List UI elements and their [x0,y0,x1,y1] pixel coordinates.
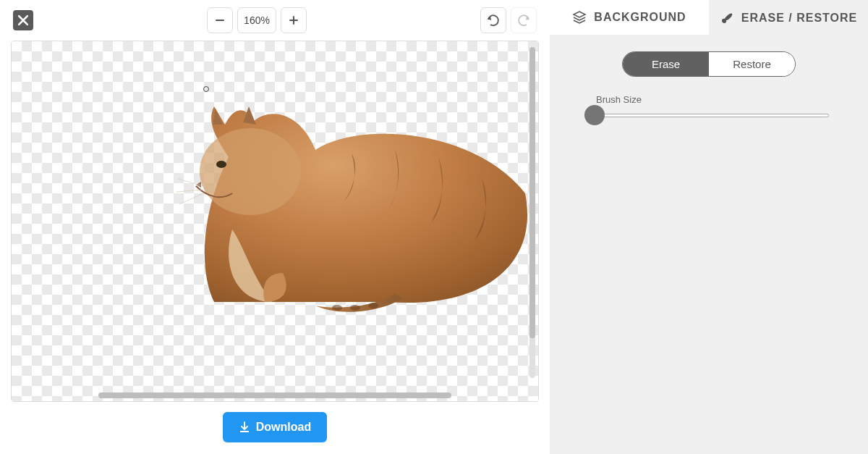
canvas-container [11,41,539,402]
scrollbar-horizontal[interactable] [12,392,538,398]
brush-size-label: Brush Size [596,94,832,105]
undo-button[interactable] [480,7,506,33]
restore-toggle-button[interactable]: Restore [709,52,795,76]
download-button[interactable]: Download [223,412,327,442]
brush-size-slider-container [586,112,832,118]
close-icon [18,15,28,25]
redo-button[interactable] [511,7,537,33]
toolbar: 160% [7,7,542,33]
tab-erase-restore-label: ERASE / RESTORE [741,12,858,25]
minus-icon [215,15,225,25]
scrollbar-vertical-thumb[interactable] [529,47,535,338]
side-panel: BACKGROUND ERASE / RESTORE Erase Restore… [550,0,868,454]
history-controls [480,7,537,33]
download-label: Download [256,421,311,434]
brush-size-section: Brush Size [586,94,832,118]
tab-background[interactable]: BACKGROUND [550,0,709,35]
slider-thumb[interactable] [584,105,605,125]
brush-cursor [203,86,209,92]
svg-point-3 [350,305,360,311]
download-area: Download [7,402,542,454]
close-button[interactable] [13,10,33,30]
svg-point-0 [200,128,301,215]
zoom-out-button[interactable] [207,7,233,33]
scrollbar-horizontal-thumb[interactable] [98,392,451,398]
undo-icon [486,14,501,27]
tab-background-label: BACKGROUND [594,11,686,24]
subject-image [171,85,532,316]
slider-track [589,114,829,117]
erase-toggle-button[interactable]: Erase [623,52,709,76]
download-icon [239,421,250,433]
svg-point-1 [216,161,226,168]
zoom-level-display[interactable]: 160% [237,7,276,33]
plus-icon [289,15,299,25]
editing-canvas[interactable] [12,41,538,401]
scrollbar-vertical[interactable] [529,47,535,378]
erase-restore-toggle: Erase Restore [622,51,796,77]
brush-size-slider[interactable] [589,112,829,118]
zoom-in-button[interactable] [281,7,307,33]
tab-content: Erase Restore Brush Size [550,35,868,134]
redo-icon [516,14,531,27]
tab-erase-restore[interactable]: ERASE / RESTORE [709,0,868,35]
svg-point-4 [332,305,342,311]
tabs: BACKGROUND ERASE / RESTORE [550,0,868,35]
layers-icon [572,10,587,25]
svg-point-2 [368,303,378,308]
brush-icon [720,11,734,25]
zoom-controls: 160% [207,7,307,33]
